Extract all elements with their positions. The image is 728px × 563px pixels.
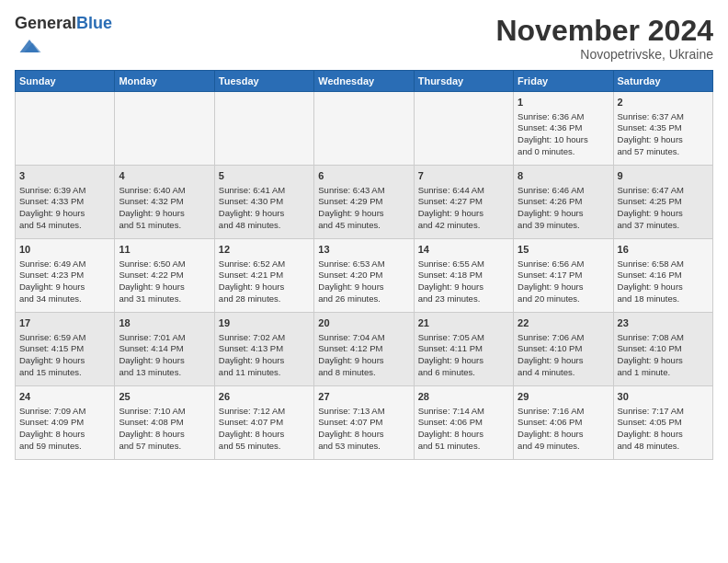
day-number: 25 xyxy=(119,390,210,404)
logo: GeneralBlue xyxy=(15,15,112,63)
day-number: 8 xyxy=(518,169,609,183)
page-header: GeneralBlue November 2024 Novopetrivske,… xyxy=(15,15,713,63)
header-sunday: Sunday xyxy=(16,70,115,91)
calendar-cell: 5Sunrise: 6:41 AMSunset: 4:30 PMDaylight… xyxy=(214,165,313,238)
day-number: 13 xyxy=(318,243,409,257)
calendar-cell: 18Sunrise: 7:01 AMSunset: 4:14 PMDayligh… xyxy=(115,312,214,385)
day-number: 26 xyxy=(219,390,310,404)
day-number: 21 xyxy=(418,316,509,330)
header-saturday: Saturday xyxy=(613,70,712,91)
calendar-week-row: 17Sunrise: 6:59 AMSunset: 4:15 PMDayligh… xyxy=(16,312,713,385)
day-number: 29 xyxy=(518,390,609,404)
day-number: 6 xyxy=(318,169,409,183)
calendar-cell: 30Sunrise: 7:17 AMSunset: 4:05 PMDayligh… xyxy=(613,385,712,459)
day-number: 22 xyxy=(518,316,609,330)
day-number: 24 xyxy=(19,390,110,404)
header-thursday: Thursday xyxy=(414,70,513,91)
calendar-cell: 10Sunrise: 6:49 AMSunset: 4:23 PMDayligh… xyxy=(16,238,115,312)
calendar-header-row: Sunday Monday Tuesday Wednesday Thursday… xyxy=(16,70,713,91)
calendar-cell: 22Sunrise: 7:06 AMSunset: 4:10 PMDayligh… xyxy=(514,312,613,385)
calendar-cell: 28Sunrise: 7:14 AMSunset: 4:06 PMDayligh… xyxy=(414,385,513,459)
day-number: 12 xyxy=(219,243,310,257)
day-number: 11 xyxy=(119,243,210,257)
day-number: 17 xyxy=(19,316,110,330)
logo-icon xyxy=(17,33,42,59)
calendar-cell: 13Sunrise: 6:53 AMSunset: 4:20 PMDayligh… xyxy=(314,238,414,312)
day-number: 28 xyxy=(418,390,509,404)
calendar-cell xyxy=(115,91,214,165)
day-number: 7 xyxy=(418,169,509,183)
day-number: 2 xyxy=(618,96,709,109)
header-friday: Friday xyxy=(514,70,613,91)
calendar-cell: 20Sunrise: 7:04 AMSunset: 4:12 PMDayligh… xyxy=(314,312,414,385)
day-number: 19 xyxy=(219,316,310,330)
title-block: November 2024 Novopetrivske, Ukraine xyxy=(495,15,713,62)
calendar-cell: 3Sunrise: 6:39 AMSunset: 4:33 PMDaylight… xyxy=(16,165,115,238)
location-subtitle: Novopetrivske, Ukraine xyxy=(495,47,713,62)
day-number: 10 xyxy=(19,243,110,257)
calendar-cell: 17Sunrise: 6:59 AMSunset: 4:15 PMDayligh… xyxy=(16,312,115,385)
calendar-cell: 4Sunrise: 6:40 AMSunset: 4:32 PMDaylight… xyxy=(115,165,214,238)
header-tuesday: Tuesday xyxy=(214,70,313,91)
day-number: 1 xyxy=(518,96,609,109)
calendar-cell xyxy=(214,91,313,165)
header-wednesday: Wednesday xyxy=(314,70,414,91)
day-number: 14 xyxy=(418,243,509,257)
calendar-cell: 7Sunrise: 6:44 AMSunset: 4:27 PMDaylight… xyxy=(414,165,513,238)
calendar-cell: 26Sunrise: 7:12 AMSunset: 4:07 PMDayligh… xyxy=(214,385,313,459)
calendar-cell: 21Sunrise: 7:05 AMSunset: 4:11 PMDayligh… xyxy=(414,312,513,385)
calendar-cell: 16Sunrise: 6:58 AMSunset: 4:16 PMDayligh… xyxy=(613,238,712,312)
calendar-table: Sunday Monday Tuesday Wednesday Thursday… xyxy=(15,70,713,460)
calendar-cell: 24Sunrise: 7:09 AMSunset: 4:09 PMDayligh… xyxy=(16,385,115,459)
day-number: 23 xyxy=(618,316,709,330)
calendar-week-row: 1Sunrise: 6:36 AMSunset: 4:36 PMDaylight… xyxy=(16,91,713,165)
calendar-cell: 9Sunrise: 6:47 AMSunset: 4:25 PMDaylight… xyxy=(613,165,712,238)
month-title: November 2024 xyxy=(495,15,713,47)
calendar-cell: 2Sunrise: 6:37 AMSunset: 4:35 PMDaylight… xyxy=(613,91,712,165)
calendar-cell: 19Sunrise: 7:02 AMSunset: 4:13 PMDayligh… xyxy=(214,312,313,385)
day-number: 5 xyxy=(219,169,310,183)
day-number: 20 xyxy=(318,316,409,330)
calendar-cell xyxy=(16,91,115,165)
day-number: 18 xyxy=(119,316,210,330)
day-number: 30 xyxy=(618,390,709,404)
calendar-cell: 29Sunrise: 7:16 AMSunset: 4:06 PMDayligh… xyxy=(514,385,613,459)
calendar-cell: 25Sunrise: 7:10 AMSunset: 4:08 PMDayligh… xyxy=(115,385,214,459)
logo-blue: Blue xyxy=(76,14,112,32)
calendar-cell: 27Sunrise: 7:13 AMSunset: 4:07 PMDayligh… xyxy=(314,385,414,459)
calendar-cell xyxy=(414,91,513,165)
day-number: 15 xyxy=(518,243,609,257)
calendar-week-row: 24Sunrise: 7:09 AMSunset: 4:09 PMDayligh… xyxy=(16,385,713,459)
calendar-cell: 14Sunrise: 6:55 AMSunset: 4:18 PMDayligh… xyxy=(414,238,513,312)
calendar-cell: 1Sunrise: 6:36 AMSunset: 4:36 PMDaylight… xyxy=(514,91,613,165)
calendar-cell xyxy=(314,91,414,165)
calendar-cell: 11Sunrise: 6:50 AMSunset: 4:22 PMDayligh… xyxy=(115,238,214,312)
calendar-week-row: 10Sunrise: 6:49 AMSunset: 4:23 PMDayligh… xyxy=(16,238,713,312)
calendar-cell: 8Sunrise: 6:46 AMSunset: 4:26 PMDaylight… xyxy=(514,165,613,238)
day-number: 27 xyxy=(318,390,409,404)
calendar-cell: 23Sunrise: 7:08 AMSunset: 4:10 PMDayligh… xyxy=(613,312,712,385)
logo-general: General xyxy=(15,14,76,32)
day-number: 4 xyxy=(119,169,210,183)
day-number: 16 xyxy=(618,243,709,257)
day-number: 9 xyxy=(618,169,709,183)
calendar-cell: 6Sunrise: 6:43 AMSunset: 4:29 PMDaylight… xyxy=(314,165,414,238)
header-monday: Monday xyxy=(115,70,214,91)
calendar-week-row: 3Sunrise: 6:39 AMSunset: 4:33 PMDaylight… xyxy=(16,165,713,238)
calendar-cell: 15Sunrise: 6:56 AMSunset: 4:17 PMDayligh… xyxy=(514,238,613,312)
calendar-cell: 12Sunrise: 6:52 AMSunset: 4:21 PMDayligh… xyxy=(214,238,313,312)
day-number: 3 xyxy=(19,169,110,183)
